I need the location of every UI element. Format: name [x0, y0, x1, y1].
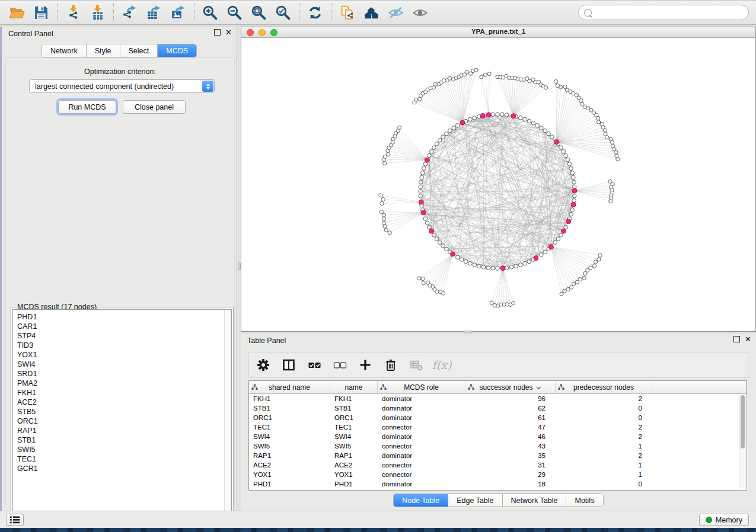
cell: 0 [556, 480, 652, 488]
import-network-button[interactable] [61, 2, 85, 23]
mcds-result-item[interactable]: GCR1 [13, 464, 224, 473]
mcds-result-item[interactable]: SRD1 [13, 369, 224, 379]
tab-mcds[interactable]: MCDS [158, 44, 196, 57]
table-row[interactable]: SWI5SWI5connector431 [249, 441, 747, 451]
table-scrollbar-thumb[interactable] [741, 395, 745, 448]
criterion-select[interactable]: largest connected component (undirected) [29, 79, 215, 93]
first-neighbors-button[interactable] [359, 2, 384, 23]
memory-button[interactable]: Memory [699, 514, 749, 526]
export-network-button[interactable] [117, 2, 142, 23]
zoom-in-button[interactable] [198, 2, 222, 23]
toolbar-separator [299, 4, 299, 21]
mcds-result-item[interactable]: SWI5 [13, 445, 224, 454]
mcds-result-item[interactable]: ORC1 [13, 416, 224, 426]
memory-status-icon [706, 517, 712, 523]
show-all-button[interactable] [408, 2, 432, 23]
close-table-panel-icon[interactable]: ✕ [745, 336, 751, 342]
open-session-button[interactable] [5, 2, 29, 23]
tab-edge-table[interactable]: Edge Table [448, 494, 502, 507]
hide-selected-button[interactable] [384, 2, 408, 23]
mcds-result-item[interactable]: ACE2 [13, 398, 224, 407]
close-panel-icon[interactable]: ✕ [225, 29, 232, 36]
create-column-button[interactable] [357, 356, 374, 374]
column-header-successor-nodes[interactable]: successor nodes [465, 381, 556, 393]
run-mcds-button[interactable]: Run MCDS [58, 100, 116, 114]
network-from-selection-icon [339, 5, 355, 21]
mcds-result-item[interactable]: RAP1 [13, 426, 224, 435]
column-header-MCDS-role[interactable]: MCDS role [378, 381, 465, 393]
zoom-selected-button[interactable] [271, 2, 295, 23]
mcds-result-item[interactable]: STP4 [13, 331, 224, 341]
table-scrollbar[interactable] [739, 394, 746, 489]
zoom-fit-button[interactable] [247, 2, 271, 23]
float-panel-icon[interactable] [214, 29, 221, 36]
close-panel-button[interactable]: Close panel [123, 100, 186, 114]
export-image-icon [170, 5, 186, 21]
column-header-predecessor-nodes[interactable]: predecessor nodes [556, 381, 652, 393]
tab-network-table[interactable]: Network Table [503, 494, 567, 507]
mcds-result-item[interactable]: SWI4 [13, 360, 224, 369]
list-icon [9, 515, 21, 525]
table-row[interactable]: SWI4SWI4dominator462 [249, 432, 747, 441]
cell: 35 [465, 452, 556, 459]
select-all-button[interactable] [306, 356, 323, 374]
zoom-out-button[interactable] [222, 2, 247, 23]
column-label: MCDS role [404, 383, 439, 392]
tab-select[interactable]: Select [120, 44, 158, 57]
deselect-all-button[interactable] [331, 356, 348, 374]
table-row[interactable]: ACE2ACE2connector311 [249, 460, 747, 470]
network-column-icon [468, 384, 474, 392]
tab-motifs[interactable]: Motifs [566, 494, 602, 507]
zoom-in-icon [202, 5, 218, 21]
cell: 61 [465, 414, 556, 421]
delete-table-button [408, 356, 425, 374]
mcds-result-list[interactable]: PHD1CAR1STP4TID3YOX1SWI4SRD1PMA2FKH1ACE2… [12, 309, 232, 525]
mcds-result-item[interactable]: STB1 [13, 435, 224, 445]
mcds-result-item[interactable]: PHD1 [13, 312, 224, 322]
main-toolbar [0, 0, 756, 25]
mcds-result-item[interactable]: STB5 [13, 407, 224, 416]
network-window-titlebar[interactable]: YPA_prune.txt_1 [241, 27, 755, 38]
cell: FKH1 [249, 395, 330, 402]
tab-style[interactable]: Style [87, 44, 120, 57]
toolbar-separator [57, 4, 58, 21]
table-row[interactable]: FKH1FKH1dominator962 [249, 394, 747, 403]
import-table-button[interactable] [85, 2, 110, 23]
table-row[interactable]: RAP1RAP1dominator352 [249, 451, 747, 460]
column-header-name[interactable]: name [330, 381, 378, 393]
mcds-result-item[interactable]: PMA2 [13, 379, 224, 388]
mcds-result-item[interactable]: FKH1 [13, 388, 224, 398]
tab-node-table[interactable]: Node Table [394, 494, 448, 507]
float-table-panel-icon[interactable] [733, 336, 740, 342]
cell: dominator [378, 414, 465, 421]
table-row[interactable]: ORC1ORC1dominator610 [249, 413, 747, 422]
mcds-result-item[interactable]: TEC1 [13, 454, 224, 464]
toolbar-separator [331, 4, 331, 21]
table-row[interactable]: YOX1YOX1connector291 [249, 470, 747, 479]
table-mode-button[interactable] [255, 356, 272, 374]
mcds-result-item[interactable]: TID3 [13, 341, 224, 350]
save-session-button[interactable] [29, 2, 53, 23]
export-table-button[interactable] [142, 2, 166, 23]
search-box[interactable] [578, 5, 749, 20]
table-row[interactable]: STB1STB1dominator620 [249, 403, 747, 413]
search-input[interactable] [592, 8, 748, 17]
tab-network[interactable]: Network [42, 44, 87, 57]
table-row[interactable]: TEC1TEC1connector472 [249, 422, 747, 432]
network-from-selection-button[interactable] [335, 2, 359, 23]
first-neighbors-icon [363, 5, 379, 21]
mcds-result-item[interactable]: YOX1 [13, 350, 224, 360]
show-columns-button[interactable] [280, 356, 297, 374]
mcds-result-item[interactable]: CAR1 [13, 322, 224, 331]
column-header-shared-name[interactable]: shared name [249, 381, 330, 393]
apply-layout-button[interactable] [303, 2, 327, 23]
export-image-button[interactable] [166, 2, 190, 23]
delete-columns-button[interactable] [382, 356, 399, 374]
mcds-result-scrollbar[interactable] [224, 310, 231, 525]
apply-layout-icon [307, 5, 323, 21]
table-row[interactable]: PHD1PHD1dominator180 [249, 479, 747, 489]
delete-table-icon [409, 358, 423, 372]
network-canvas[interactable] [241, 38, 755, 332]
network-list-button[interactable] [6, 514, 24, 526]
mcds-result-groupbox: MCDS result (17 nodes) PHD1CAR1STP4TID3Y… [11, 307, 234, 530]
